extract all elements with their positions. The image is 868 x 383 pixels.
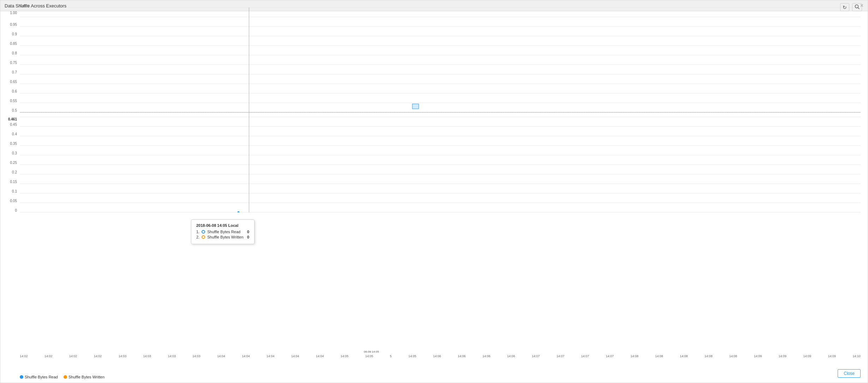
svg-rect-27 (412, 104, 419, 109)
y-label-0.9: 0.9 (12, 32, 17, 36)
x-label-3: 14:02 (94, 354, 102, 358)
x-label-4: 14:03 (119, 354, 127, 358)
tooltip-value-read: 0 (247, 230, 249, 234)
tooltip-number-2: 2. (196, 235, 199, 239)
window: Data Shuffle Across Executors × ↻ Count … (0, 0, 868, 383)
y-label-0.75: 0.75 (10, 61, 17, 65)
y-label-0.8: 0.8 (12, 51, 17, 55)
zoom-icon (855, 4, 860, 9)
y-label-0.6: 0.6 (12, 89, 17, 93)
tooltip-label-written: Shuffle Bytes Written (207, 235, 245, 239)
x-label-29: 14:08 (729, 354, 737, 358)
tooltip: 2018-06-08 14:05 Local 1. Shuffle Bytes … (191, 219, 255, 244)
y-label-0.461: 0.461 (8, 117, 17, 121)
y-label-0.15: 0.15 (10, 180, 17, 184)
x-label-22: 14:07 (556, 354, 564, 358)
x-label-16: 14:05 (408, 354, 417, 358)
refresh-button[interactable]: ↻ (840, 3, 849, 11)
y-label-0.55: 0.55 (10, 99, 17, 103)
chart-svg[interactable] (20, 7, 861, 212)
y-label-0.35: 0.35 (10, 142, 17, 146)
tooltip-label-read: Shuffle Bytes Read (207, 230, 245, 234)
x-label-27: 14:08 (680, 354, 688, 358)
x-label-6: 14:03 (168, 354, 176, 358)
legend-item-written: Shuffle Bytes Written (64, 375, 104, 379)
x-label-10: 14:04 (267, 354, 275, 358)
y-label-0.3: 0.3 (12, 151, 17, 155)
x-label-28: 14:08 (705, 354, 713, 358)
x-label-9: 14:04 (242, 354, 250, 358)
tooltip-row-1: 1. Shuffle Bytes Read 0 (196, 230, 249, 234)
y-label-0.65: 0.65 (10, 80, 17, 84)
x-label-24: 14:07 (606, 354, 614, 358)
x-axis: 14:02 14:02 14:02 14:02 14:03 14:03 14:0… (20, 354, 861, 358)
x-label-11: 14:04 (291, 354, 299, 358)
x-label-26: 14:08 (655, 354, 663, 358)
y-label-0.4: 0.4 (12, 132, 17, 136)
x-label-12: 14:04 (316, 354, 324, 358)
legend-label-written: Shuffle Bytes Written (68, 375, 104, 379)
x-label-5: 14:03 (143, 354, 151, 358)
y-label-0.2: 0.2 (12, 170, 17, 174)
x-label-21: 14:07 (532, 354, 540, 358)
close-button[interactable]: Close (838, 369, 861, 378)
x-label-8: 14:04 (217, 354, 225, 358)
x-label-14: 06-08 14:0514:05 (365, 354, 373, 358)
legend-item-read: Shuffle Bytes Read (20, 375, 58, 379)
legend-dot-read (20, 375, 23, 379)
x-label-25: 14:08 (630, 354, 639, 358)
legend: Shuffle Bytes Read Shuffle Bytes Written (20, 375, 104, 379)
y-label-0.85: 0.85 (10, 42, 17, 46)
y-label-0.5: 0.5 (12, 108, 17, 112)
x-label-20: 14:06 (507, 354, 515, 358)
x-label-23: 14:07 (581, 354, 589, 358)
y-label-0.45: 0.45 (10, 123, 17, 126)
y-label-0.05: 0.05 (10, 199, 17, 203)
legend-label-read: Shuffle Bytes Read (25, 375, 58, 379)
y-axis: 1.00 0.95 0.9 0.85 0.8 0.75 0.7 0.65 0.6… (0, 11, 20, 216)
tooltip-circle-read (202, 230, 205, 234)
tooltip-row-2: 2. Shuffle Bytes Written 0 (196, 235, 249, 239)
zoom-button[interactable] (852, 3, 862, 11)
x-label-7: 14:03 (192, 354, 200, 358)
x-label-32: 14:09 (803, 354, 811, 358)
tooltip-circle-written (202, 235, 205, 239)
legend-dot-written (64, 375, 67, 379)
x-label-30: 14:09 (754, 354, 762, 358)
x-label-13: 14:05 (341, 354, 349, 358)
x-label-0: 14:02 (20, 354, 28, 358)
x-label-34: 14:10 (852, 354, 861, 358)
x-label-2: 14:02 (69, 354, 77, 358)
x-label-33: 14:09 (828, 354, 836, 358)
x-label-17: 14:06 (433, 354, 441, 358)
svg-point-28 (237, 211, 239, 212)
y-label-0: 0 (15, 208, 17, 212)
y-label-0.1: 0.1 (12, 189, 17, 193)
x-label-19: 14:06 (483, 354, 491, 358)
x-label-15: 5 (390, 354, 392, 358)
chart-toolbar: ↻ (840, 3, 862, 11)
tooltip-number-1: 1. (196, 230, 199, 234)
y-label-0.25: 0.25 (10, 161, 17, 165)
tooltip-title: 2018-06-08 14:05 Local (196, 223, 249, 228)
x-label-31: 14:09 (779, 354, 787, 358)
svg-line-1 (858, 8, 860, 9)
x-label-1: 14:02 (44, 354, 53, 358)
x-label-18: 14:06 (458, 354, 466, 358)
y-label-0.95: 0.95 (10, 23, 17, 26)
tooltip-value-written: 0 (247, 235, 249, 239)
y-label-0.7: 0.7 (12, 70, 17, 74)
